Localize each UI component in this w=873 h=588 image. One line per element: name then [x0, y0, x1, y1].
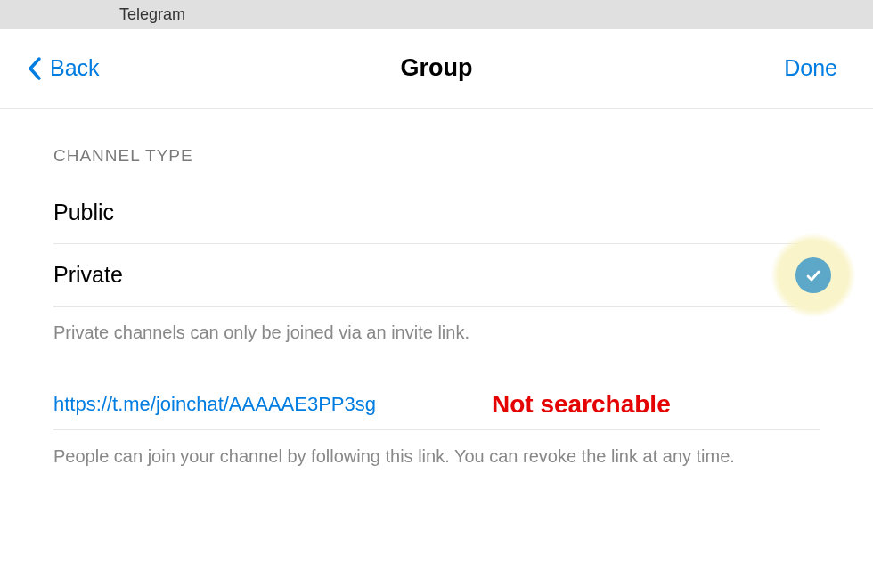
option-public[interactable]: Public: [53, 182, 820, 244]
option-public-label: Public: [53, 200, 114, 225]
checkmark-icon: [795, 257, 831, 293]
invite-link-row: https://t.me/joinchat/AAAAAE3PP3sg Not s…: [53, 378, 820, 430]
private-helper-text: Private channels can only be joined via …: [53, 306, 820, 378]
back-button[interactable]: Back: [27, 55, 100, 81]
window-title: Telegram: [119, 5, 185, 24]
done-button[interactable]: Done: [784, 55, 837, 81]
option-private-label: Private: [53, 262, 123, 288]
back-label: Back: [50, 55, 100, 81]
content-area: Channel Type Public Private Private chan…: [0, 109, 873, 482]
annotation-not-searchable: Not searchable: [492, 390, 671, 419]
window-titlebar: Telegram: [0, 0, 873, 29]
chevron-left-icon: [27, 56, 43, 81]
invite-link[interactable]: https://t.me/joinchat/AAAAAE3PP3sg: [53, 393, 376, 416]
link-helper-text: People can join your channel by followin…: [53, 430, 820, 482]
selected-highlight: [771, 233, 855, 317]
navigation-bar: Back Group Done: [0, 29, 873, 109]
section-header-channel-type: Channel Type: [53, 109, 820, 182]
option-private[interactable]: Private: [53, 244, 820, 306]
page-title: Group: [401, 54, 473, 82]
